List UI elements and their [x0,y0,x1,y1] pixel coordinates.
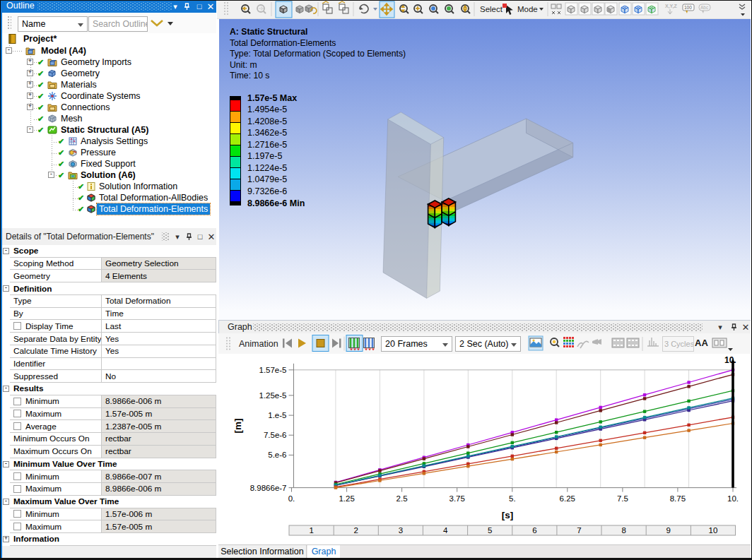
svg-text:2: 2 [354,526,358,535]
svg-text:2.5: 2.5 [396,494,408,503]
svg-text:100: 100 [684,5,692,10]
svg-text:[m]: [m] [233,419,243,434]
svg-text:1: 1 [309,526,313,535]
svg-text:3: 3 [399,526,403,535]
svg-text:1.e-5: 1.e-5 [268,411,286,419]
svg-text:Mode: Mode [517,5,538,13]
svg-text:7: 7 [577,526,581,535]
svg-text:0.: 0. [288,494,295,503]
svg-text:Abc: Abc [700,5,709,10]
svg-text:5: 5 [488,526,492,535]
svg-text:6.25: 6.25 [560,494,575,503]
svg-text:3.75: 3.75 [450,494,465,503]
svg-text:5.e-6: 5.e-6 [268,451,286,459]
svg-text:7.5e-6: 7.5e-6 [264,431,287,439]
svg-text:5.: 5. [509,494,516,503]
svg-text:[s]: [s] [502,510,514,520]
svg-text:8.75: 8.75 [670,494,686,503]
svg-text:4: 4 [443,526,448,535]
svg-text:Select: Select [480,5,503,13]
svg-text:Animation: Animation [239,339,278,349]
svg-text:10.: 10. [727,494,739,503]
svg-text:6: 6 [532,526,536,535]
svg-text:7.5: 7.5 [617,494,628,503]
svg-text:1.57e-5: 1.57e-5 [259,366,286,374]
svg-text:X,Y,Z: X,Y,Z [665,4,677,9]
svg-text:1.25e-5: 1.25e-5 [259,391,286,400]
svg-text:1.25: 1.25 [339,494,354,503]
svg-text:8.9866e-7: 8.9866e-7 [250,484,287,492]
svg-text:10.: 10. [724,355,736,365]
svg-text:8: 8 [621,526,625,535]
svg-text:9: 9 [666,526,671,535]
svg-text:10: 10 [709,526,718,535]
